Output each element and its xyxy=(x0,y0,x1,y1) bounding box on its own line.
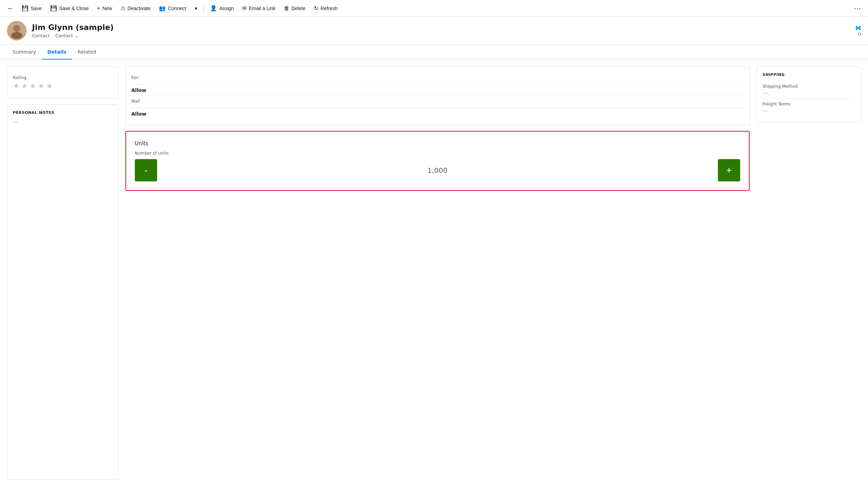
header-right: M O xyxy=(855,25,861,37)
shipping-method-field: Shipping Method --- xyxy=(762,81,855,99)
stars-row[interactable]: ★ ★ ★ ★ ★ xyxy=(13,81,113,90)
record-title-block: Jim Glynn (sample) Contact · Contact ⌄ xyxy=(32,23,114,38)
fax-field: Fax xyxy=(131,72,744,85)
record-type1: Contact xyxy=(32,33,50,38)
deactivate-icon: ⚠ xyxy=(121,5,125,11)
freight-terms-value: --- xyxy=(762,108,855,114)
mail-label: Mail xyxy=(131,99,744,104)
new-button[interactable]: + New xyxy=(94,3,116,14)
freight-terms-label: Freight Terms xyxy=(762,102,855,107)
record-header: Jim Glynn (sample) Contact · Contact ⌄ M… xyxy=(0,17,868,45)
rating-card: Rating ★ ★ ★ ★ ★ xyxy=(7,67,118,99)
contact-prefs-card: Fax Allow Mail Allow xyxy=(125,67,750,125)
rating-label: Rating xyxy=(13,75,113,80)
header-sub: O xyxy=(858,32,861,37)
save-close-button[interactable]: 💾 Save & Close xyxy=(47,3,92,14)
tab-related[interactable]: Related xyxy=(72,45,102,60)
units-plus-button[interactable]: + xyxy=(718,159,740,181)
avatar xyxy=(7,21,26,40)
shipping-method-label: Shipping Method xyxy=(762,84,855,89)
refresh-button[interactable]: ↻ Refresh xyxy=(310,3,341,14)
shipping-title: SHIPPING xyxy=(762,72,855,77)
units-title: Units xyxy=(135,140,740,147)
plus-icon: + xyxy=(726,165,732,176)
fax-allow-field: Allow xyxy=(131,85,744,96)
delete-button[interactable]: 🗑 Delete xyxy=(280,3,309,14)
units-value: 1,000 xyxy=(157,166,718,174)
connect-chevron[interactable]: ▾ xyxy=(191,2,201,15)
email-icon: ✉ xyxy=(242,5,247,11)
breadcrumb-chevron-icon[interactable]: ⌄ xyxy=(75,33,78,38)
save-button[interactable]: 💾 Save xyxy=(18,3,45,14)
tabs-bar: Summary Details Related xyxy=(0,45,868,60)
connect-icon: 👥 xyxy=(159,5,166,11)
svg-point-2 xyxy=(11,32,22,39)
personal-notes-title: PERSONAL NOTES xyxy=(13,110,113,115)
mail-allow-field: Allow xyxy=(131,108,744,119)
star-3[interactable]: ★ xyxy=(29,81,36,90)
right-column: SHIPPING Shipping Method --- Freight Ter… xyxy=(757,67,861,480)
personal-notes-card: PERSONAL NOTES --- xyxy=(7,104,118,480)
freight-terms-field: Freight Terms --- xyxy=(762,99,855,116)
minus-icon: - xyxy=(144,165,147,176)
assign-icon: 👤 xyxy=(210,5,217,11)
shipping-card: SHIPPING Shipping Method --- Freight Ter… xyxy=(757,67,861,122)
deactivate-button[interactable]: ⚠ Deactivate xyxy=(117,3,154,14)
connect-button[interactable]: 👥 Connect xyxy=(155,3,189,14)
units-highlight-border: Units Number of units - 1,000 + xyxy=(125,131,750,191)
toolbar: ← 💾 Save 💾 Save & Close + New ⚠ Deactiva… xyxy=(0,0,868,17)
toolbar-divider xyxy=(203,3,204,13)
shipping-method-value: --- xyxy=(762,90,855,96)
avatar-image xyxy=(7,21,26,40)
fax-allow-value: Allow xyxy=(131,87,744,93)
email-link-button[interactable]: ✉ Email a Link xyxy=(239,3,279,14)
more-options-button[interactable]: ⋯ xyxy=(851,2,864,15)
units-number-label: Number of units xyxy=(135,151,740,156)
units-card: Units Number of units - 1,000 + xyxy=(127,133,747,189)
star-1[interactable]: ★ xyxy=(13,81,20,90)
save-icon: 💾 xyxy=(22,5,29,11)
new-icon: + xyxy=(97,5,100,11)
star-2[interactable]: ★ xyxy=(21,81,28,90)
left-column: Rating ★ ★ ★ ★ ★ PERSONAL NOTES --- xyxy=(7,67,118,480)
save-close-icon: 💾 xyxy=(50,5,57,11)
subtitle-dot: · xyxy=(52,33,53,38)
assign-button[interactable]: 👤 Assign xyxy=(207,3,237,14)
middle-column: Fax Allow Mail Allow Units Number of uni… xyxy=(125,67,750,480)
svg-point-1 xyxy=(13,25,20,32)
mail-allow-value: Allow xyxy=(131,111,744,117)
record-name: Jim Glynn (sample) xyxy=(32,23,114,32)
record-type2: Contact xyxy=(55,33,73,38)
mail-field: Mail xyxy=(131,96,744,108)
record-subtitle: Contact · Contact ⌄ xyxy=(32,33,114,38)
units-control: - 1,000 + xyxy=(135,159,740,181)
refresh-icon: ↻ xyxy=(314,5,318,11)
back-button[interactable]: ← xyxy=(4,2,17,15)
rating-field: Rating ★ ★ ★ ★ ★ xyxy=(13,72,113,93)
fax-label: Fax xyxy=(131,75,744,80)
star-4[interactable]: ★ xyxy=(38,81,45,90)
content-area: Rating ★ ★ ★ ★ ★ PERSONAL NOTES --- Fax xyxy=(0,60,868,483)
delete-icon: 🗑 xyxy=(284,5,289,11)
star-5[interactable]: ★ xyxy=(46,81,53,90)
tab-summary[interactable]: Summary xyxy=(7,45,42,60)
tab-details[interactable]: Details xyxy=(42,45,72,60)
header-initial: M xyxy=(855,25,861,32)
personal-notes-value: --- xyxy=(13,119,113,125)
units-minus-button[interactable]: - xyxy=(135,159,157,181)
avatar-svg xyxy=(7,21,26,40)
